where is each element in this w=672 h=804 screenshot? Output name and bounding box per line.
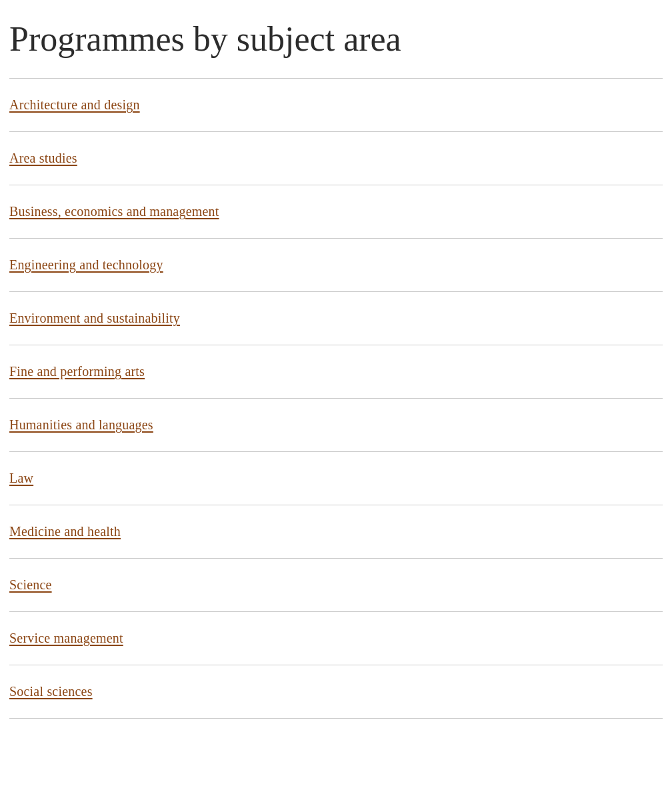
subject-list: Architecture and designArea studiesBusin… (9, 79, 663, 719)
list-item: Medicine and health (9, 505, 663, 559)
list-item: Architecture and design (9, 79, 663, 132)
list-item: Fine and performing arts (9, 345, 663, 399)
subject-link[interactable]: Fine and performing arts (9, 345, 663, 398)
subject-link[interactable]: Service management (9, 612, 663, 665)
page-title: Programmes by subject area (9, 20, 663, 58)
list-item: Area studies (9, 132, 663, 185)
subject-link[interactable]: Area studies (9, 132, 663, 185)
subject-link[interactable]: Engineering and technology (9, 239, 663, 291)
subject-link[interactable]: Medicine and health (9, 505, 663, 558)
list-item: Science (9, 559, 663, 612)
subject-link[interactable]: Science (9, 559, 663, 611)
list-item: Environment and sustainability (9, 292, 663, 345)
list-item: Humanities and languages (9, 399, 663, 452)
subject-link[interactable]: Social sciences (9, 665, 663, 718)
subject-link[interactable]: Environment and sustainability (9, 292, 663, 345)
list-item: Law (9, 452, 663, 505)
list-item: Engineering and technology (9, 239, 663, 292)
list-item: Social sciences (9, 665, 663, 719)
list-item: Business, economics and management (9, 185, 663, 239)
subject-link[interactable]: Law (9, 452, 663, 505)
subject-link[interactable]: Business, economics and management (9, 185, 663, 238)
subject-link[interactable]: Humanities and languages (9, 399, 663, 451)
list-item: Service management (9, 612, 663, 665)
subject-link[interactable]: Architecture and design (9, 79, 663, 131)
